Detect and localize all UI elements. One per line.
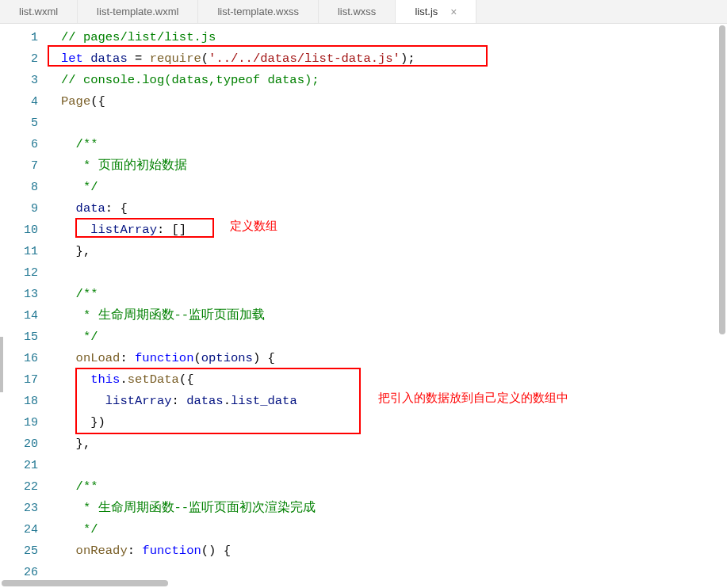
tab-list-wxss[interactable]: list.wxss: [319, 0, 396, 23]
code-line: */: [61, 177, 727, 198]
code-line: listArray: []: [61, 220, 727, 241]
code-line: },: [61, 241, 727, 262]
line-number: 7: [0, 155, 51, 177]
code-line: onLoad: function(options) {: [61, 348, 727, 369]
line-number: 2: [0, 48, 51, 70]
line-number: 5: [0, 113, 51, 134]
code-line: // console.log(datas,typeof datas);: [61, 70, 727, 91]
code-line: onReady: function() {: [61, 540, 727, 562]
line-number: 24: [0, 519, 51, 540]
code-line: /**: [61, 476, 727, 498]
line-number: 9: [0, 198, 51, 220]
close-icon[interactable]: ×: [450, 6, 457, 18]
code-content[interactable]: // pages/list/list.js let datas = requir…: [52, 24, 727, 588]
code-line: */: [61, 519, 727, 540]
line-number: 20: [0, 433, 51, 455]
vertical-scrollbar[interactable]: [719, 25, 725, 334]
side-marker: [0, 337, 3, 392]
line-number: 1: [0, 27, 51, 48]
code-editor[interactable]: 1 2 3 4 5 6 7 8 9 10 11 12 13 14 15 16 1…: [0, 24, 727, 588]
line-number: 21: [0, 455, 51, 476]
line-number: 8: [0, 177, 51, 198]
line-number: 3: [0, 70, 51, 91]
code-line: listArray: datas.list_data: [61, 391, 727, 412]
code-line: },: [61, 433, 727, 455]
line-number: 12: [0, 262, 51, 284]
line-number: 15: [0, 326, 51, 348]
code-line: * 生命周期函数--监听页面加载: [61, 305, 727, 326]
line-number: 18: [0, 391, 51, 412]
line-number: 17: [0, 369, 51, 391]
line-gutter: 1 2 3 4 5 6 7 8 9 10 11 12 13 14 15 16 1…: [0, 24, 52, 588]
code-line: data: {: [61, 198, 727, 220]
tab-list-template-wxml[interactable]: list-template.wxml: [78, 0, 198, 23]
code-line: }): [61, 412, 727, 433]
code-line: [61, 262, 727, 284]
line-number: 23: [0, 498, 51, 519]
tab-bar: list.wxml list-template.wxml list-templa…: [0, 0, 727, 24]
line-number: 22: [0, 476, 51, 498]
horizontal-scrollbar[interactable]: [2, 580, 168, 586]
code-line: [61, 113, 727, 134]
line-number: 19: [0, 412, 51, 433]
code-line: let datas = require('../../datas/list-da…: [61, 48, 727, 70]
code-line: Page({: [61, 91, 727, 113]
line-number: 14: [0, 305, 51, 326]
code-line: /**: [61, 134, 727, 155]
line-number: 25: [0, 540, 51, 562]
code-line: /**: [61, 284, 727, 305]
code-line: * 页面的初始数据: [61, 155, 727, 177]
line-number: 10: [0, 220, 51, 241]
code-line: // pages/list/list.js: [61, 27, 727, 48]
line-number: 16: [0, 348, 51, 369]
line-number: 4: [0, 91, 51, 113]
line-number: 13: [0, 284, 51, 305]
tab-list-js[interactable]: list.js ×: [396, 0, 476, 23]
code-line: [61, 455, 727, 476]
line-number: 11: [0, 241, 51, 262]
code-line: this.setData({: [61, 369, 727, 391]
tab-list-template-wxss[interactable]: list-template.wxss: [198, 0, 319, 23]
code-line: */: [61, 326, 727, 348]
line-number: 6: [0, 134, 51, 155]
code-line: * 生命周期函数--监听页面初次渲染完成: [61, 498, 727, 519]
tab-list-wxml[interactable]: list.wxml: [0, 0, 78, 23]
